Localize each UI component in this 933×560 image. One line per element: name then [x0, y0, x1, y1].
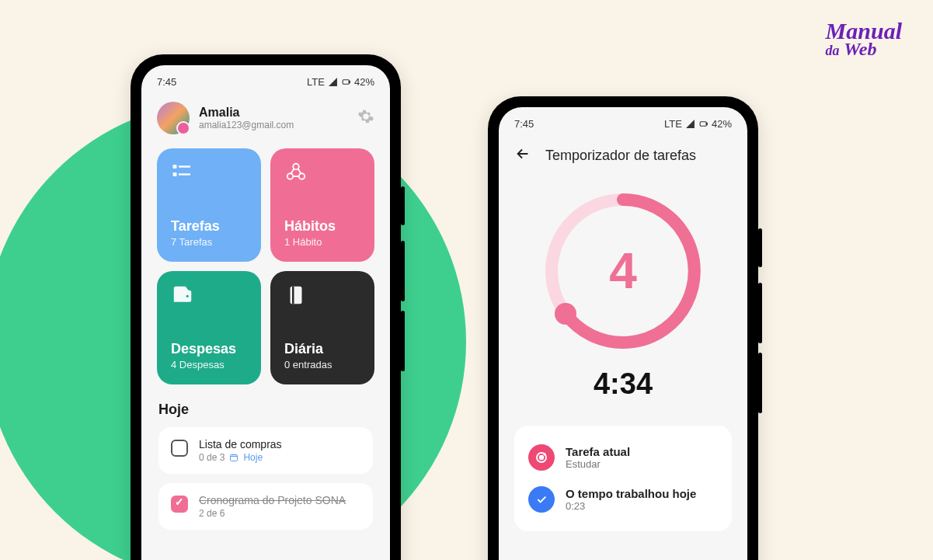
- card-expenses[interactable]: Despesas 4 Despesas: [157, 271, 261, 384]
- today-item-progress: 2 de 6: [199, 508, 225, 519]
- status-time: 7:45: [514, 118, 534, 130]
- habits-icon: [284, 161, 360, 187]
- volume-up-button: [758, 283, 762, 343]
- svg-rect-4: [173, 172, 177, 176]
- power-button: [758, 228, 762, 267]
- worked-today-value: 0:23: [566, 500, 696, 512]
- wallet-icon: [171, 283, 247, 310]
- target-icon: [528, 444, 555, 471]
- card-expenses-sub: 4 Despesas: [171, 359, 247, 370]
- today-heading: Hoje: [158, 402, 373, 418]
- today-item[interactable]: Lista de compras 0 de 3 Hoje: [158, 427, 373, 474]
- signal-icon: [328, 77, 338, 87]
- volume-down-button: [758, 353, 762, 413]
- timer-ring: 4: [538, 186, 708, 357]
- battery-icon: [341, 77, 351, 87]
- worked-today-label: O tempo trabalhou hoje: [566, 487, 696, 500]
- svg-rect-3: [179, 165, 190, 168]
- card-diary-sub: 0 entradas: [284, 359, 360, 370]
- avatar[interactable]: [157, 102, 190, 134]
- phone-mockup-home: 7:45 LTE 42% Amalia amalia123@gmail.com: [131, 54, 401, 560]
- svg-rect-5: [179, 173, 190, 176]
- svg-rect-10: [291, 287, 302, 304]
- volume-down-button: [401, 311, 405, 371]
- today-item-title: Lista de compras: [199, 438, 282, 450]
- card-expenses-title: Despesas: [171, 341, 247, 357]
- timer-elapsed: 4:34: [594, 367, 653, 401]
- status-bar: 7:45 LTE 42%: [499, 107, 747, 134]
- today-item-progress: 0 de 3: [199, 452, 225, 463]
- profile-header: Amalia amalia123@gmail.com: [141, 92, 390, 148]
- checklist-icon: [171, 161, 247, 187]
- volume-up-button: [401, 241, 405, 301]
- gear-icon: [357, 108, 374, 125]
- worked-today-row[interactable]: O tempo trabalhou hoje 0:23: [528, 482, 718, 517]
- svg-point-7: [287, 173, 294, 179]
- current-task-label: Tarefa atual: [566, 445, 630, 458]
- settings-button[interactable]: [357, 108, 374, 128]
- svg-rect-12: [231, 455, 238, 461]
- status-battery: 42%: [712, 118, 732, 130]
- checkbox-unchecked[interactable]: [171, 440, 188, 457]
- timer-info-card: Tarefa atual Estudar O tempo trabalhou h…: [514, 426, 732, 531]
- svg-rect-2: [173, 165, 177, 169]
- card-tasks[interactable]: Tarefas 7 Tarefas: [157, 148, 261, 262]
- today-item-tag: Hoje: [243, 452, 263, 463]
- svg-rect-11: [292, 287, 294, 304]
- svg-point-8: [299, 173, 305, 179]
- status-battery: 42%: [354, 76, 374, 88]
- today-item[interactable]: Cronograma do Projeto SONA 2 de 6: [158, 483, 373, 530]
- svg-rect-13: [700, 122, 706, 126]
- current-task-row[interactable]: Tarefa atual Estudar: [528, 440, 718, 475]
- card-habits-title: Hábitos: [284, 218, 360, 235]
- svg-rect-0: [343, 80, 349, 84]
- svg-rect-14: [706, 123, 707, 124]
- card-tasks-sub: 7 Tarefas: [171, 236, 247, 248]
- status-network: LTE: [664, 118, 682, 130]
- checkbox-checked[interactable]: [171, 496, 188, 513]
- today-item-title: Cronograma do Projeto SONA: [199, 494, 346, 506]
- svg-rect-1: [349, 81, 350, 82]
- card-tasks-title: Tarefas: [171, 218, 247, 235]
- timer-cycle-number: 4: [609, 242, 637, 300]
- power-button: [401, 186, 405, 225]
- card-diary-title: Diária: [284, 341, 360, 357]
- profile-name: Amalia: [199, 106, 294, 120]
- status-network: LTE: [307, 76, 325, 88]
- status-bar: 7:45 LTE 42%: [141, 65, 390, 92]
- card-habits[interactable]: Hábitos 1 Hábito: [270, 148, 374, 262]
- card-diary[interactable]: Diária 0 entradas: [270, 271, 374, 384]
- calendar-icon: [229, 453, 238, 462]
- battery-icon: [698, 119, 708, 129]
- journal-icon: [284, 283, 360, 310]
- back-button[interactable]: [514, 145, 531, 165]
- svg-point-16: [555, 303, 576, 325]
- profile-email: amalia123@gmail.com: [199, 120, 294, 130]
- signal-icon: [685, 119, 695, 129]
- card-habits-sub: 1 Hábito: [284, 236, 360, 248]
- arrow-left-icon: [514, 145, 531, 162]
- status-time: 7:45: [157, 76, 176, 88]
- phone-mockup-timer: 7:45 LTE 42% Temporizador de tarefas: [488, 96, 758, 560]
- svg-point-9: [186, 295, 189, 297]
- brand-logo: Manual da Web: [826, 20, 902, 58]
- page-title: Temporizador de tarefas: [545, 148, 696, 164]
- check-icon: [528, 486, 555, 513]
- svg-point-18: [540, 456, 544, 460]
- current-task-value: Estudar: [566, 458, 630, 470]
